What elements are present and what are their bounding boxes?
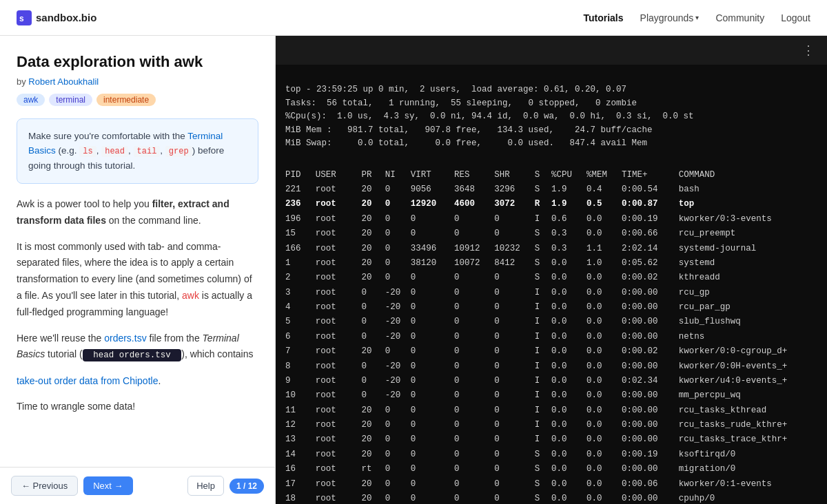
tutorial-author: by Robert Aboukhalil [17,76,258,87]
cell-cpu: 0.0 [551,286,586,300]
logo-icon: s [17,10,32,25]
table-row: 236 root 20 0 12920 4600 3072 R 1.9 0.5 … [285,197,817,211]
cell-user: root [316,227,362,241]
cell-mem: 0.0 [586,462,622,476]
author-link[interactable]: Robert Aboukhalil [28,76,99,87]
cell-command: rcu_preempt [679,227,817,241]
cell-shr: 0 [494,271,534,285]
bottom-navigation: ← Previous Next → Help 1 / 12 [0,467,275,504]
cell-pr: 0 [362,315,385,329]
cell-mem: 0.0 [586,492,622,504]
table-row: 17 root 20 0 0 0 0 S 0.0 0.0 0:00.06 kwo… [285,477,817,492]
cell-pr: 20 [362,432,385,447]
cell-virt: 0 [411,492,454,504]
nav-playgrounds[interactable]: Playgrounds ▾ [640,12,700,23]
cell-pid: 9 [285,374,316,388]
col-virt: VIRT [411,168,454,182]
cell-pr: 20 [362,212,385,227]
orders-file-link[interactable]: orders.tsv [104,333,146,344]
tags-container: awk terminal intermediate [17,94,258,106]
cell-res: 0 [454,388,494,403]
cell-time: 0:00.54 [622,182,679,197]
cell-res: 0 [454,271,494,285]
cell-time: 0:00.02 [622,344,679,359]
cell-s: I [535,344,551,359]
table-row: 15 root 20 0 0 0 0 S 0.3 0.0 0:00.66 rcu… [285,227,817,241]
cell-mem: 0.0 [586,344,622,359]
cell-shr: 0 [494,374,534,388]
awk-highlight: awk [182,290,199,301]
cell-res: 0 [454,330,494,344]
terminal-panel: ⋮ top - 23:59:25 up 0 min, 2 users, load… [276,36,827,504]
cell-cpu: 0.0 [551,403,586,418]
cell-pid: 221 [285,182,316,197]
table-row: 11 root 20 0 0 0 0 I 0.0 0.0 0:00.00 rcu… [285,403,817,418]
cell-mem: 1.0 [586,256,622,271]
cell-shr: 0 [494,300,534,315]
table-row: 9 root 0 -20 0 0 0 I 0.0 0.0 0:02.34 kwo… [285,374,817,388]
cell-cpu: 0.0 [551,492,586,504]
cell-command: kworker/u4:0-events_+ [679,374,817,388]
cell-s: S [535,477,551,492]
cell-user: root [316,492,362,504]
cell-virt: 0 [411,359,454,374]
cell-mem: 0.0 [586,403,622,418]
next-button[interactable]: Next → [83,476,132,495]
cell-cpu: 0.0 [551,344,586,359]
cell-s: I [535,286,551,300]
cell-ni: 0 [385,182,411,197]
cell-virt: 0 [411,300,454,315]
nav-logout[interactable]: Logout [781,12,810,23]
cell-pr: 20 [362,477,385,492]
cell-shr: 0 [494,359,534,374]
logo[interactable]: s sandbox.bio [17,10,96,25]
cell-ni: 0 [385,344,411,359]
navbar: s sandbox.bio Tutorials Playgrounds ▾ Co… [0,0,827,36]
cell-time: 0:00.00 [622,418,679,432]
cell-pid: 12 [285,418,316,432]
cell-mem: 0.4 [586,182,622,197]
cell-mem: 0.0 [586,227,622,241]
col-pr: PR [362,168,385,182]
table-row: 8 root 0 -20 0 0 0 I 0.0 0.0 0:00.00 kwo… [285,359,817,374]
tag-intermediate: intermediate [96,94,156,106]
terminal-body[interactable]: top - 23:59:25 up 0 min, 2 users, load a… [276,65,827,504]
cell-res: 0 [454,315,494,329]
cell-mem: 0.0 [586,286,622,300]
cell-cpu: 0.0 [551,374,586,388]
cell-user: root [316,432,362,447]
cell-res: 0 [454,212,494,227]
nav-community[interactable]: Community [715,12,764,23]
cell-mem: 0.0 [586,418,622,432]
help-button[interactable]: Help [187,476,224,496]
cell-ni: 0 [385,212,411,227]
cell-res: 0 [454,344,494,359]
cell-s: S [535,492,551,504]
cell-time: 0:00.00 [622,432,679,447]
cell-s: I [535,300,551,315]
cell-pr: 20 [362,197,385,211]
cell-time: 0:02.34 [622,374,679,388]
col-user: USER [316,168,362,182]
cell-virt: 0 [411,344,454,359]
prose-p1: Awk is a power tool to help you filter, … [17,196,258,229]
terminal-menu-button[interactable]: ⋮ [798,41,819,59]
cell-pid: 166 [285,242,316,256]
table-row: 5 root 0 -20 0 0 0 I 0.0 0.0 0:00.00 slu… [285,315,817,329]
cell-user: root [316,388,362,403]
cell-pr: 20 [362,418,385,432]
chipotle-link[interactable]: take-out order data from Chipotle [17,375,158,386]
previous-button[interactable]: ← Previous [11,476,78,496]
col-pid: PID [285,168,316,182]
info-box: Make sure you're comfortable with the Te… [17,118,258,184]
cell-time: 0:00.00 [622,330,679,344]
cell-shr: 8412 [494,256,534,271]
nav-tutorials[interactable]: Tutorials [583,12,623,23]
tutorial-title: Data exploration with awk [17,52,258,72]
cell-cpu: 0.3 [551,227,586,241]
col-time: TIME+ [622,168,679,182]
cell-mem: 0.0 [586,477,622,492]
terminal-mem-line: MiB Mem : 981.7 total, 907.8 free, 134.3… [285,125,653,135]
cell-cpu: 0.0 [551,388,586,403]
cell-s: I [535,212,551,227]
